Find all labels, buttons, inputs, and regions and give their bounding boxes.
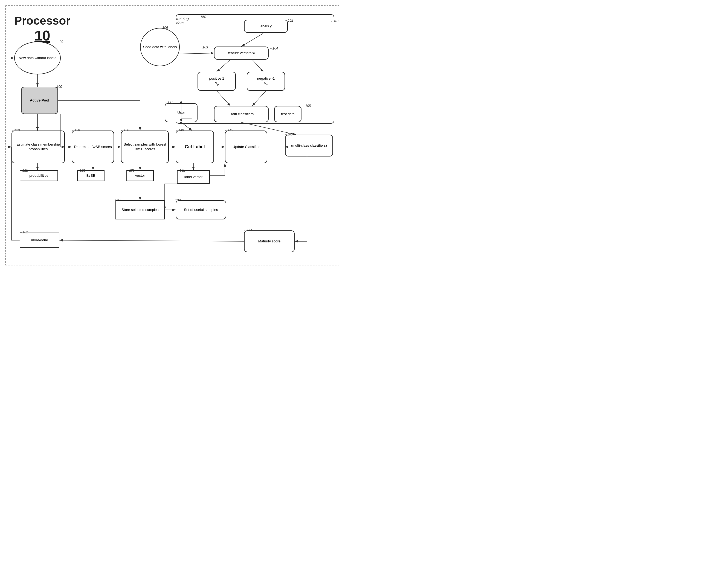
- update-classifier-box: Update Classifier: [225, 130, 267, 163]
- num-132a: ←132: [176, 168, 185, 173]
- num-120: ←120: [71, 128, 80, 132]
- num-130: ←130: [120, 128, 129, 132]
- set-useful-box: Set of useful samples: [175, 200, 226, 219]
- num-161: ←161: [243, 228, 252, 232]
- diagram-container: Processor 10 trainingdata 150 labels yᵢ …: [5, 5, 339, 265]
- positive-box: positive 1Np: [198, 72, 236, 91]
- num-101: ←101: [330, 19, 339, 23]
- store-selected-box: Store selected samples: [115, 200, 165, 219]
- title-area: Processor 10: [14, 14, 70, 44]
- processor-label: Processor: [14, 14, 70, 27]
- num-121: ←121: [77, 168, 85, 173]
- negative-box: negative -1Nn: [247, 72, 285, 91]
- num-131: ←131: [126, 168, 135, 173]
- num-141: ←141: [164, 101, 173, 105]
- feature-vectors-box: feature vectors xᵢ: [214, 46, 269, 60]
- user-box: User: [165, 103, 198, 122]
- determine-bvsb-box: Determine BvSB scores: [72, 130, 114, 163]
- num-140: ←140: [175, 128, 184, 132]
- num-160: ←160: [284, 132, 293, 136]
- num-150: 150: [200, 15, 206, 19]
- num-132b: 132: [115, 198, 120, 202]
- num-102: 102: [288, 19, 293, 22]
- num-104: ←104: [269, 46, 278, 50]
- num-105: ←105: [302, 104, 311, 108]
- maturity-score-box: Maturity score: [244, 230, 295, 252]
- new-data-box: New data without labels: [14, 41, 61, 75]
- multi-class-box: (multi-class classifiers): [285, 135, 333, 156]
- num-99: 99: [59, 40, 63, 44]
- num-103: 103: [203, 45, 208, 49]
- num-162: ←162: [19, 230, 28, 234]
- labels-yi-box: labels yᵢ: [244, 20, 288, 33]
- active-pool-box: Active Pool: [21, 87, 58, 114]
- test-data-box: test data: [274, 106, 301, 122]
- num-111: ←111: [19, 168, 28, 173]
- training-data-label: trainingdata: [176, 16, 189, 25]
- num-110: ←110: [11, 128, 20, 132]
- train-classifiers-box: Train classifiers: [214, 106, 269, 122]
- num-133: 133: [175, 198, 180, 202]
- more-done-box: more/done: [20, 233, 59, 248]
- select-samples-box: Select samples with lowest BvSB scores: [121, 130, 169, 163]
- get-label-box: Get Label: [175, 130, 214, 163]
- seed-data-box: Seed data with labels: [140, 28, 180, 66]
- svg-line-25: [59, 240, 244, 241]
- estimate-class-box: Estimate class membership probabilities: [11, 130, 65, 163]
- num-145: ←145: [224, 128, 233, 132]
- num-106: 106: [162, 26, 168, 29]
- num-100: 100: [56, 85, 62, 89]
